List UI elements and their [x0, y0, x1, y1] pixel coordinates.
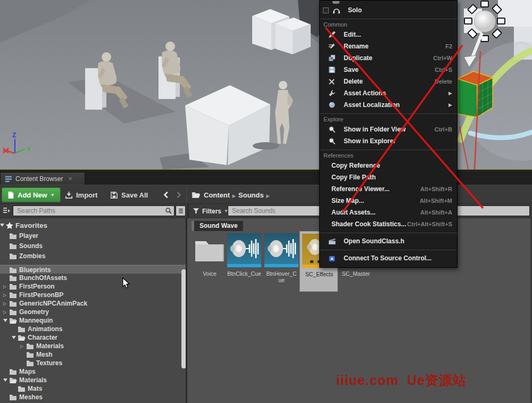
menu-item-save[interactable]: SaveCtrl+S [320, 64, 457, 76]
menu-shortcut: F2 [445, 43, 452, 50]
menu-item-label: Save [344, 66, 359, 73]
menu-item-asset-localization[interactable]: Asset Localization▶ [320, 99, 457, 111]
tree-item-maps[interactable]: Maps [0, 367, 186, 376]
tree-item-genericnpcanimpack[interactable]: ▷GenericNPCAnimPack [0, 299, 186, 308]
solo-checkbox[interactable] [323, 7, 329, 13]
tree-item-label: Materials [19, 376, 47, 384]
collapsed-arrow-icon[interactable]: ▷ [20, 344, 26, 349]
breadcrumb-content[interactable]: Content [204, 191, 230, 199]
tree-item-mesh[interactable]: Mesh [0, 350, 186, 359]
asset-label: SC_Effects [302, 271, 336, 277]
menu-shortcut: Ctrl+W [433, 55, 452, 61]
back-button[interactable] [163, 187, 170, 202]
menu-item-connect-to-source-control[interactable]: Connect To Source Control... [320, 252, 457, 264]
menu-item-label: Shader Cook Statistics... [331, 220, 406, 228]
asset-tile-btnhover-cue[interactable]: BtnHover_Cue [264, 233, 298, 283]
collapsed-arrow-icon[interactable]: ▷ [3, 301, 9, 306]
search-paths-input[interactable] [13, 205, 174, 216]
menu-item-duplicate[interactable]: DuplicateCtrl+W [320, 52, 457, 64]
tree-item-firstpersonbp[interactable]: ▷FirstPersonBP [0, 291, 186, 299]
audio-cube-gizmo[interactable] [458, 71, 493, 117]
menu-item-shader-cook-statistics[interactable]: Shader Cook Statistics...Ctrl+Alt+Shift+… [320, 218, 457, 230]
menu-item-rename[interactable]: RenameF2 [320, 40, 457, 52]
tree-item-zombies[interactable]: Zombies [0, 251, 186, 261]
menu-item-label: Copy Reference [331, 162, 380, 169]
axis-z-label: Z [12, 131, 16, 139]
tree-item-animations[interactable]: Animations [0, 325, 186, 333]
import-button[interactable]: Import [65, 187, 97, 202]
filters-button[interactable]: Filters ▼ [193, 204, 228, 218]
expanded-arrow-icon[interactable] [3, 379, 7, 382]
tree-scrollbar[interactable] [181, 269, 186, 368]
mannequin-standing[interactable] [275, 81, 293, 144]
save-all-button[interactable]: Save All [110, 187, 148, 202]
sources-toggle-button[interactable] [2, 205, 11, 216]
folder-icon [9, 233, 17, 239]
asset-tile-btnclick-cue[interactable]: BtnClick_Cue [227, 233, 261, 277]
tree-item-materials[interactable]: ▷Materials [0, 342, 186, 350]
tree-item-character[interactable]: Character [0, 333, 186, 342]
collapsed-arrow-icon[interactable]: ▷ [3, 293, 9, 298]
folder-icon [18, 334, 26, 341]
folder-icon [9, 267, 17, 273]
film-icon [328, 238, 342, 245]
tab-content-browser[interactable]: Content Browser × [0, 172, 85, 185]
forward-button[interactable] [174, 187, 182, 202]
folder-icon [18, 326, 26, 332]
breadcrumb-arrow-icon[interactable]: ▶ [264, 193, 271, 199]
filter-tag-sound-wave[interactable]: Sound Wave [192, 221, 243, 231]
menu-item-reference-viewer[interactable]: Reference Viewer...Alt+Shift+R [320, 183, 457, 195]
filter-tag-label: Sound Wave [194, 221, 243, 231]
menu-item-edit[interactable]: Edit... [320, 29, 457, 40]
big-cube[interactable] [185, 85, 270, 165]
tree-item-blueprints[interactable]: Blueprints [0, 265, 186, 274]
folder-icon [26, 351, 34, 358]
menu-item-label: Connect To Source Control... [344, 254, 431, 262]
menu-item-asset-actions[interactable]: Asset Actions▶ [320, 87, 457, 99]
menu-item-show-in-folder-view[interactable]: Show in Folder ViewCtrl+B [320, 124, 457, 135]
expanded-arrow-icon[interactable] [0, 224, 4, 227]
menu-item-delete[interactable]: DeleteDelete [320, 76, 457, 87]
menu-item-copy-reference[interactable]: Copy Reference [320, 160, 457, 171]
tree-item-firstperson[interactable]: ▷FirstPerson [0, 282, 186, 291]
sun-light-icon[interactable] [464, 1, 505, 42]
tree-item-textures[interactable]: Textures [0, 359, 186, 367]
menu-item-show-in-explorer[interactable]: Show in Explorer [320, 135, 457, 147]
tree-item-geometry[interactable]: ▷Geometry [0, 308, 186, 316]
tree-item-player[interactable]: Player [0, 231, 186, 241]
menu-item-label: Open SoundClass.h [344, 237, 404, 245]
menu-shortcut: Alt+Shift+M [420, 198, 452, 204]
view-options-button[interactable] [176, 205, 186, 216]
sound-cue-thumbnail [264, 233, 298, 267]
asset-tile-voice[interactable]: Voice [193, 233, 227, 277]
tree-item-favorites[interactable]: Favorites [0, 218, 186, 231]
menu-item-open-soundclass-h[interactable]: Open SoundClass.h [320, 235, 457, 247]
expanded-arrow-icon[interactable] [3, 319, 7, 322]
collapsed-arrow-icon[interactable]: ▷ [3, 284, 9, 289]
breadcrumb-arrow-icon[interactable]: ▶ [230, 193, 238, 199]
menu-item-copy-file-path[interactable]: Copy File Path [320, 171, 457, 183]
tree-item-label: GenericNPCAnimPack [19, 300, 87, 307]
unreal-editor-window: Z Y [0, 0, 532, 403]
menu-item-solo[interactable]: Solo [320, 4, 457, 16]
tree-item-materials[interactable]: Materials [0, 376, 186, 384]
collapsed-arrow-icon[interactable]: ▷ [3, 310, 9, 315]
menu-item-audit-assets[interactable]: Audit Assets...Alt+Shift+A [320, 207, 457, 218]
tree-item-bunchofassets[interactable]: BunchOfAssets [0, 274, 186, 282]
tree-item-meshes[interactable]: Meshes [0, 393, 186, 401]
menu-shortcut: Ctrl+S [435, 67, 452, 73]
menu-item-size-map[interactable]: Size Map...Alt+Shift+M [320, 195, 457, 207]
expanded-arrow-icon[interactable] [12, 336, 16, 339]
asset-label: SC_Master [339, 270, 373, 277]
breadcrumb-sounds[interactable]: Sounds [238, 191, 264, 199]
tab-close-icon[interactable]: × [68, 175, 72, 183]
add-new-button[interactable]: Add New ▼ [2, 187, 61, 202]
import-icon [65, 191, 73, 199]
tree-item-mats[interactable]: Mats [0, 384, 186, 393]
pencil-icon [328, 31, 342, 38]
tree-item-sounds[interactable]: Sounds [0, 241, 186, 251]
tree-item-mannequin[interactable]: Mannequin [0, 316, 186, 325]
menu-section-references: References [320, 150, 457, 160]
duplicate-icon [328, 54, 342, 62]
submenu-arrow-icon: ▶ [448, 91, 452, 96]
